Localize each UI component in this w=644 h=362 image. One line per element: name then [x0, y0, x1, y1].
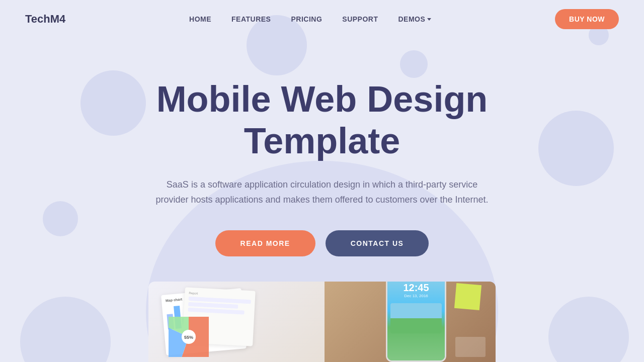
- nav-item-demos[interactable]: DEMOS: [398, 15, 431, 23]
- navbar: TechM4 HOME FEATURES PRICING SUPPORT DEM…: [0, 0, 644, 38]
- nav-link-support[interactable]: SUPPORT: [342, 15, 378, 23]
- nav-item-pricing[interactable]: PRICING: [291, 15, 322, 24]
- nav-link-pricing[interactable]: PRICING: [291, 15, 322, 23]
- phone-date: Dec 13, 2016: [404, 294, 428, 298]
- nav-item-home[interactable]: HOME: [189, 15, 211, 24]
- phone-time: 12:45: [403, 282, 429, 294]
- svg-text:55%: 55%: [184, 335, 193, 340]
- read-more-button[interactable]: READ MORE: [215, 230, 315, 256]
- nav-item-features[interactable]: FEATURES: [231, 15, 271, 24]
- device-mockup: Map chart Report: [148, 282, 496, 362]
- sticky-note: [454, 283, 481, 310]
- mockup-left: Map chart Report: [148, 282, 325, 362]
- nav-link-demos: DEMOS: [398, 15, 425, 23]
- desk-item: [455, 337, 486, 357]
- hero-title: Mobile Web Design Template: [133, 78, 511, 162]
- nav-link-home[interactable]: HOME: [189, 15, 211, 23]
- buy-now-button[interactable]: BUY NOW: [555, 9, 619, 29]
- pie-chart: 55%: [169, 317, 209, 357]
- phone-device: 12:45 Dec 13, 2016: [386, 282, 446, 362]
- nav-links: HOME FEATURES PRICING SUPPORT DEMOS: [189, 15, 431, 24]
- hero-section: Mobile Web Design Template SaaS is a sof…: [0, 38, 644, 256]
- logo[interactable]: TechM4: [25, 13, 65, 26]
- nav-link-features[interactable]: FEATURES: [231, 15, 271, 23]
- hero-subtitle: SaaS is a software application circulati…: [151, 177, 493, 208]
- nav-item-support[interactable]: SUPPORT: [342, 15, 378, 24]
- mockup-right: 12:45 Dec 13, 2016: [325, 282, 496, 362]
- contact-us-button[interactable]: CONTACT US: [326, 230, 429, 256]
- chevron-down-icon: [427, 18, 431, 21]
- phone-screen: 12:45 Dec 13, 2016: [387, 282, 445, 360]
- hero-buttons: READ MORE CONTACT US: [0, 230, 644, 256]
